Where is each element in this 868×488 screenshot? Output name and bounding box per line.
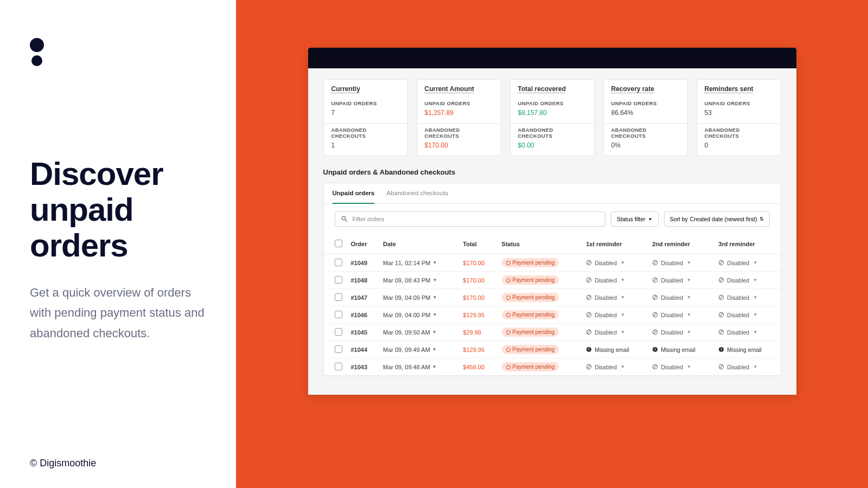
table-row[interactable]: #1044Mar 09, 09:49 AM▼$129.95Payment pen… — [324, 341, 781, 358]
svg-line-7 — [588, 279, 591, 282]
svg-line-1 — [588, 261, 591, 265]
table-row[interactable]: #1046Mar 09, 04:00 PM▼$129.95Payment pen… — [324, 306, 781, 324]
date-cell[interactable]: Mar 11, 02:14 PM▼ — [383, 260, 454, 266]
stat-title: Currently — [324, 80, 407, 97]
chevron-down-icon: ▼ — [687, 260, 691, 265]
reminder-3[interactable]: Disabled▼ — [718, 364, 776, 370]
stat-label: ABANDONED CHECKOUTS — [518, 127, 586, 139]
row-checkbox[interactable] — [335, 276, 342, 284]
stat-unpaid: UNPAID ORDERS$1,257.89 — [417, 97, 501, 124]
orders-card: Unpaid orders Abandoned checkouts Status… — [323, 183, 781, 376]
chevron-down-icon: ▼ — [687, 312, 691, 317]
chevron-down-icon: ▼ — [621, 260, 625, 265]
order-total: $29.99 — [458, 324, 497, 341]
reminder-2[interactable]: Disabled▼ — [652, 277, 710, 284]
reminder-label: Disabled — [727, 329, 749, 336]
reminder-2[interactable]: Disabled▼ — [652, 364, 710, 370]
reminder-1[interactable]: Disabled▼ — [586, 260, 643, 266]
col-3rd-reminder: 3rd reminder — [714, 234, 780, 254]
date-cell[interactable]: Mar 09, 09:50 AM▼ — [383, 329, 454, 336]
stat-label: UNPAID ORDERS — [611, 100, 680, 106]
chevron-down-icon: ▼ — [753, 260, 757, 265]
table-row[interactable]: #1047Mar 09, 04:09 PM▼$170.00Payment pen… — [324, 289, 781, 306]
col-2nd-reminder: 2nd reminder — [648, 234, 714, 254]
reminder-3[interactable]: Disabled▼ — [718, 260, 776, 266]
table-row[interactable]: #1045Mar 09, 09:50 AM▼$29.99Payment pend… — [324, 324, 781, 341]
reminder-label: Disabled — [727, 312, 749, 318]
reminder-2[interactable]: Disabled▼ — [652, 260, 710, 266]
sort-prefix: Sort by — [670, 216, 688, 222]
row-checkbox[interactable] — [335, 345, 342, 353]
table-row[interactable]: #1043Mar 09, 09:48 AM▼$458.00Payment pen… — [324, 358, 781, 376]
svg-line-5 — [720, 261, 723, 265]
svg-line-21 — [654, 313, 657, 317]
reminder-label: Disabled — [661, 277, 683, 284]
svg-rect-35 — [655, 350, 655, 351]
reminder-3[interactable]: Missing email — [718, 346, 776, 353]
table-header-row: Order Date Total Status 1st reminder 2nd… — [324, 234, 781, 254]
reminder-1[interactable]: Disabled▼ — [586, 294, 643, 301]
chevron-down-icon: ▼ — [432, 312, 437, 317]
date-cell[interactable]: Mar 09, 04:00 PM▼ — [383, 312, 454, 318]
sort-button[interactable]: Sort by Created date (newest first) ⇅ — [664, 211, 770, 227]
stat-value: $8,157.80 — [518, 109, 586, 117]
reminder-label: Disabled — [595, 329, 617, 336]
reminder-label: Missing email — [595, 346, 629, 353]
date-cell[interactable]: Mar 09, 08:43 PM▼ — [383, 277, 454, 284]
status-filter-button[interactable]: Status filter ▼ — [611, 211, 658, 227]
chevron-down-icon: ▼ — [753, 295, 757, 300]
row-checkbox[interactable] — [335, 311, 342, 318]
reminder-1[interactable]: Missing email — [586, 346, 643, 353]
date-cell[interactable]: Mar 09, 04:09 PM▼ — [383, 294, 454, 301]
stat-value: 0 — [705, 142, 773, 149]
logo-dot-icon — [30, 38, 44, 52]
order-total: $170.00 — [458, 289, 497, 306]
app-topbar — [308, 48, 796, 68]
reminder-3[interactable]: Disabled▼ — [718, 294, 776, 301]
svg-line-9 — [654, 279, 657, 282]
order-date: Mar 09, 09:50 AM — [383, 329, 430, 336]
reminder-2[interactable]: Disabled▼ — [652, 329, 710, 336]
tab-abandoned-checkouts[interactable]: Abandoned checkouts — [386, 183, 448, 203]
svg-line-27 — [654, 331, 657, 334]
table-row[interactable]: #1049Mar 11, 02:14 PM▼$170.00Payment pen… — [324, 254, 781, 272]
order-date: Mar 09, 08:43 PM — [383, 277, 430, 284]
reminder-2[interactable]: Missing email — [652, 346, 710, 353]
stat-value: 0% — [611, 142, 680, 149]
chevron-down-icon: ▼ — [621, 364, 625, 369]
orders-table: Order Date Total Status 1st reminder 2nd… — [324, 234, 781, 376]
row-checkbox[interactable] — [335, 328, 342, 336]
col-date: Date — [379, 234, 458, 254]
reminder-label: Disabled — [661, 364, 683, 370]
reminder-2[interactable]: Disabled▼ — [652, 312, 710, 318]
row-checkbox[interactable] — [335, 293, 342, 301]
page-headline: Discover unpaid orders — [30, 156, 206, 264]
date-cell[interactable]: Mar 09, 09:48 AM▼ — [383, 364, 454, 370]
col-1st-reminder: 1st reminder — [582, 234, 648, 254]
reminder-1[interactable]: Disabled▼ — [586, 364, 643, 370]
status-badge: Payment pending — [502, 328, 559, 337]
search-input[interactable] — [353, 216, 600, 222]
row-checkbox[interactable] — [335, 259, 342, 266]
reminder-2[interactable]: Disabled▼ — [652, 294, 710, 301]
stat-card: Current AmountUNPAID ORDERS$1,257.89ABAN… — [417, 79, 501, 156]
logo-dot-icon — [31, 55, 42, 66]
stat-abandoned: ABANDONED CHECKOUTS$0.00 — [510, 124, 594, 156]
chevron-down-icon: ▼ — [432, 347, 437, 352]
table-row[interactable]: #1048Mar 09, 08:43 PM▼$170.00Payment pen… — [324, 272, 781, 289]
order-date: Mar 11, 02:14 PM — [383, 260, 430, 266]
date-cell[interactable]: Mar 09, 09:49 AM▼ — [383, 346, 454, 353]
row-checkbox[interactable] — [335, 363, 342, 370]
reminder-1[interactable]: Disabled▼ — [586, 312, 643, 318]
reminder-3[interactable]: Disabled▼ — [718, 277, 776, 284]
search-input-wrapper[interactable] — [335, 211, 606, 227]
select-all-checkbox[interactable] — [335, 240, 342, 247]
reminder-1[interactable]: Disabled▼ — [586, 277, 643, 284]
reminder-3[interactable]: Disabled▼ — [718, 312, 776, 318]
reminder-3[interactable]: Disabled▼ — [718, 329, 776, 336]
stat-value: 53 — [705, 109, 773, 117]
reminder-1[interactable]: Disabled▼ — [586, 329, 643, 336]
tab-unpaid-orders[interactable]: Unpaid orders — [333, 183, 375, 204]
stat-unpaid: UNPAID ORDERS7 — [324, 97, 407, 124]
order-date: Mar 09, 04:09 PM — [383, 294, 430, 301]
